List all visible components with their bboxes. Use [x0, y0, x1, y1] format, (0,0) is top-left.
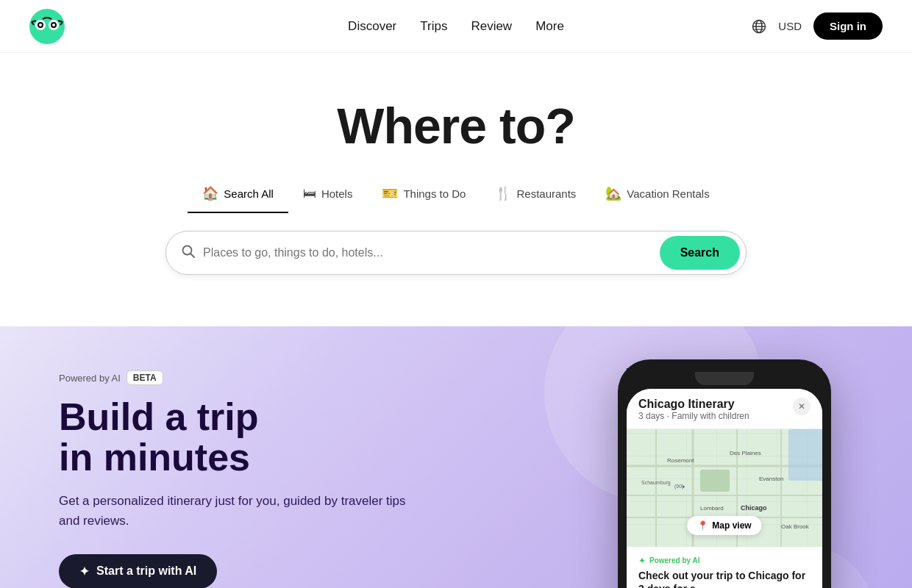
start-trip-button[interactable]: ✦ Start a trip with AI: [59, 554, 217, 588]
fork-knife-icon: 🍴: [495, 185, 511, 201]
svg-text:Oak Brook: Oak Brook: [781, 523, 810, 530]
language-selector[interactable]: [752, 19, 766, 34]
phone-close-button[interactable]: ✕: [793, 398, 811, 415]
currency-selector[interactable]: USD: [778, 20, 802, 32]
tab-search-all[interactable]: 🏠 Search All: [188, 178, 288, 213]
sparkle-icon: ✦: [79, 564, 89, 578]
tripadvisor-logo-icon: [29, 9, 65, 44]
house-icon: 🏡: [605, 185, 621, 201]
phone-notch-bar: [627, 368, 822, 389]
phone-powered-row: ✦ Powered by AI: [638, 556, 811, 566]
ai-content: Powered by AI BETA Build a trip in minut…: [59, 370, 412, 588]
powered-by-row: Powered by AI BETA: [59, 370, 412, 385]
svg-text:Schaumburg: Schaumburg: [641, 480, 671, 486]
search-button[interactable]: Search: [660, 236, 740, 270]
itinerary-title: Chicago Itinerary: [638, 398, 749, 411]
phone-footer: ✦ Powered by AI Check out your trip to C…: [627, 547, 822, 588]
svg-point-6: [52, 24, 55, 26]
bed-icon: 🛏: [303, 186, 316, 201]
ai-section: Powered by AI BETA Build a trip in minut…: [0, 326, 912, 588]
powered-by-text: Powered by AI: [59, 373, 121, 384]
itinerary-info: Chicago Itinerary 3 days · Family with c…: [638, 398, 749, 421]
main-nav: Discover Trips Review More: [348, 19, 564, 34]
map-view-label[interactable]: 📍 Map view: [687, 516, 761, 535]
nav-review[interactable]: Review: [471, 19, 512, 34]
svg-point-0: [29, 9, 65, 44]
map-pin-icon: 📍: [697, 520, 708, 531]
phone-content: Chicago Itinerary 3 days · Family with c…: [627, 389, 822, 588]
ticket-icon: 🎫: [382, 185, 398, 201]
search-container: Search: [165, 231, 747, 275]
tab-vacation-rentals[interactable]: 🏡 Vacation Rentals: [591, 178, 724, 213]
hero-section: Where to? 🏠 Search All 🛏 Hotels 🎫 Things…: [0, 53, 912, 297]
itinerary-subtitle: 3 days · Family with children: [638, 411, 749, 421]
signin-button[interactable]: Sign in: [813, 12, 883, 40]
search-icon: [181, 244, 196, 262]
nav-more[interactable]: More: [535, 19, 564, 34]
svg-text:Chicago: Chicago: [741, 504, 767, 512]
phone-outer: Chicago Itinerary 3 days · Family with c…: [618, 359, 831, 588]
svg-text:Lombard: Lombard: [700, 505, 724, 512]
svg-line-17: [190, 254, 194, 257]
tab-restaurants[interactable]: 🍴 Restaurants: [480, 178, 591, 213]
nav-trips[interactable]: Trips: [420, 19, 447, 34]
nav-discover[interactable]: Discover: [348, 19, 396, 34]
globe-icon: [752, 19, 766, 34]
logo[interactable]: [29, 9, 65, 44]
search-tabs: 🏠 Search All 🛏 Hotels 🎫 Things to Do 🍴 R…: [15, 178, 897, 213]
svg-text:Rosemont: Rosemont: [667, 457, 694, 464]
phone-screen: Chicago Itinerary 3 days · Family with c…: [627, 389, 822, 588]
phone-notch: [695, 372, 754, 385]
itinerary-header: Chicago Itinerary 3 days · Family with c…: [627, 389, 822, 429]
svg-text:●: ●: [682, 484, 685, 489]
beta-badge: BETA: [127, 370, 163, 385]
phone-powered-text: Powered by AI: [649, 556, 700, 564]
map-area: Rosemont Des Plaines Evanston Lombard Ch…: [627, 429, 822, 547]
header: Discover Trips Review More USD Sign in: [0, 0, 912, 53]
header-actions: USD Sign in: [752, 12, 883, 40]
tab-things-to-do[interactable]: 🎫 Things to Do: [367, 178, 480, 213]
ai-headline: Build a trip in minutes: [59, 397, 412, 477]
phone-mockup: Chicago Itinerary 3 days · Family with c…: [618, 359, 853, 588]
ai-description: Get a personalized itinerary just for yo…: [59, 492, 412, 531]
search-input[interactable]: [203, 246, 660, 259]
svg-point-5: [39, 24, 42, 26]
svg-text:Des Plaines: Des Plaines: [730, 450, 761, 456]
svg-rect-25: [700, 470, 730, 492]
svg-rect-26: [788, 429, 822, 481]
phone-cta-text: Check out your trip to Chicago for 3 day…: [638, 569, 811, 588]
hero-title: Where to?: [15, 97, 897, 154]
phone-ai-icon: ✦: [638, 556, 646, 566]
svg-text:Evanston: Evanston: [759, 476, 783, 482]
home-icon: 🏠: [202, 185, 218, 201]
search-bar: Search: [165, 231, 747, 275]
tab-hotels[interactable]: 🛏 Hotels: [288, 178, 368, 213]
